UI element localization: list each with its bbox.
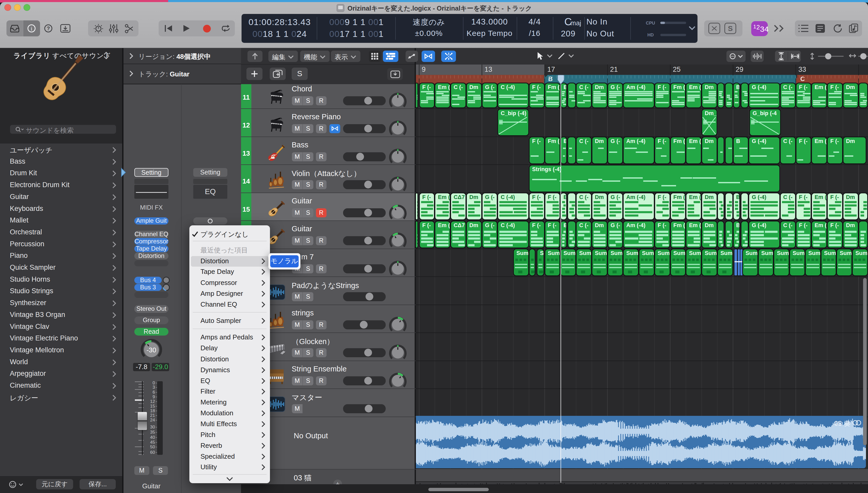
svg-text:-30: -30 xyxy=(146,346,156,354)
svg-text:?: ? xyxy=(47,25,50,31)
svg-text:i: i xyxy=(31,25,32,32)
